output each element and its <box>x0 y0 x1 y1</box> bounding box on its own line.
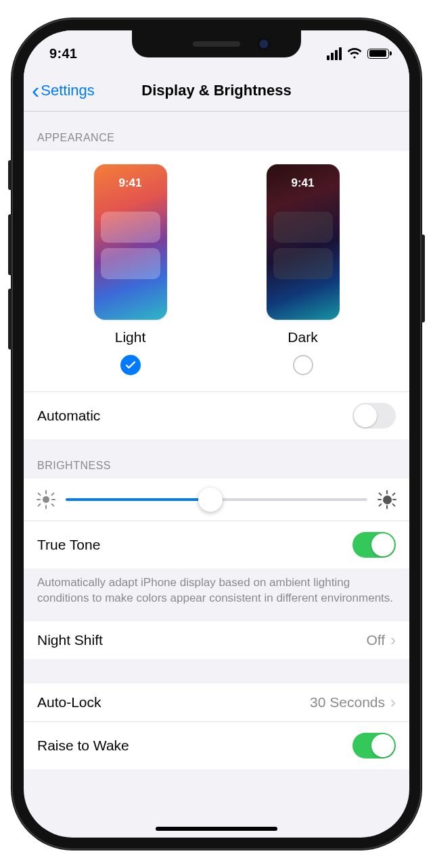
true-tone-toggle[interactable] <box>352 532 396 558</box>
home-indicator[interactable] <box>156 827 277 831</box>
mute-switch <box>8 160 12 190</box>
notch <box>132 30 301 57</box>
automatic-toggle[interactable] <box>352 403 396 429</box>
dark-mode-radio[interactable] <box>293 355 313 375</box>
dark-mode-label: Dark <box>288 329 317 345</box>
thumbnail-clock: 9:41 <box>94 176 167 190</box>
true-tone-row: True Tone <box>24 521 409 569</box>
cellular-signal-icon <box>327 47 342 60</box>
front-camera <box>259 39 269 49</box>
volume-down-button <box>8 289 12 349</box>
night-shift-value: Off <box>366 632 385 648</box>
appearance-mode-light[interactable]: 9:41 Light <box>94 164 167 375</box>
light-mode-radio[interactable] <box>120 355 141 375</box>
raise-to-wake-label: Raise to Wake <box>37 738 129 754</box>
wifi-icon <box>347 48 362 59</box>
dark-mode-thumbnail: 9:41 <box>267 164 340 320</box>
raise-to-wake-row: Raise to Wake <box>24 721 409 769</box>
screen: 9:41 ‹ Settings Display & Brightness APP… <box>24 30 409 838</box>
auto-lock-row[interactable]: Auto-Lock 30 Seconds › <box>24 683 409 721</box>
night-shift-row[interactable]: Night Shift Off › <box>24 621 409 659</box>
checkmark-icon <box>125 360 136 370</box>
raise-to-wake-toggle[interactable] <box>352 733 396 758</box>
true-tone-label: True Tone <box>37 537 100 553</box>
night-shift-group: Night Shift Off › <box>24 621 409 659</box>
battery-icon <box>367 49 389 59</box>
back-button[interactable]: ‹ Settings <box>24 82 95 99</box>
lock-group: Auto-Lock 30 Seconds › Raise to Wake <box>24 683 409 769</box>
volume-up-button <box>8 214 12 275</box>
appearance-header: APPEARANCE <box>24 112 409 151</box>
appearance-group: 9:41 Light 9:41 Dark <box>24 151 409 439</box>
brightness-group: True Tone <box>24 479 409 569</box>
phone-frame: 9:41 ‹ Settings Display & Brightness APP… <box>12 18 421 850</box>
auto-lock-label: Auto-Lock <box>37 694 101 710</box>
settings-content[interactable]: APPEARANCE 9:41 Light <box>24 112 409 838</box>
brightness-slider-row <box>24 479 409 521</box>
automatic-row: Automatic <box>24 391 409 439</box>
status-time: 9:41 <box>49 46 77 62</box>
brightness-high-icon <box>378 491 396 508</box>
page-title: Display & Brightness <box>141 82 291 99</box>
true-tone-footer: Automatically adapt iPhone display based… <box>24 569 409 621</box>
brightness-slider-thumb[interactable] <box>198 487 223 512</box>
automatic-label: Automatic <box>37 408 100 424</box>
nav-header: ‹ Settings Display & Brightness <box>24 70 409 112</box>
brightness-slider[interactable] <box>66 498 367 501</box>
thumbnail-clock: 9:41 <box>267 176 340 190</box>
brightness-header: BRIGHTNESS <box>24 439 409 479</box>
power-button <box>421 235 425 322</box>
light-mode-thumbnail: 9:41 <box>94 164 167 320</box>
brightness-low-icon <box>37 491 55 508</box>
night-shift-label: Night Shift <box>37 632 103 648</box>
appearance-mode-dark[interactable]: 9:41 Dark <box>267 164 340 375</box>
earpiece <box>193 41 240 47</box>
light-mode-label: Light <box>115 329 146 345</box>
auto-lock-value: 30 Seconds <box>310 694 385 710</box>
back-label: Settings <box>41 82 95 99</box>
